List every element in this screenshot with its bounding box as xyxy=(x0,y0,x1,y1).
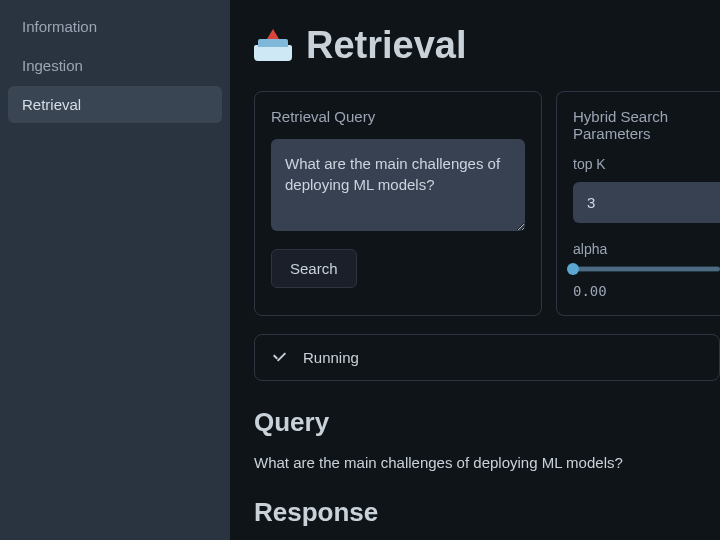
page-title: Retrieval xyxy=(306,24,467,67)
query-text: What are the main challenges of deployin… xyxy=(254,452,720,473)
query-heading: Query xyxy=(254,407,720,438)
query-label: Retrieval Query xyxy=(271,108,525,125)
sidebar-item-ingestion[interactable]: Ingestion xyxy=(8,47,222,84)
main-content: Retrieval Retrieval Query What are the m… xyxy=(230,0,720,540)
retrieval-query-input[interactable]: What are the main challenges of deployin… xyxy=(271,139,525,231)
response-heading: Response xyxy=(254,497,720,528)
outbox-icon xyxy=(254,31,292,61)
alpha-value: 0.00 xyxy=(573,283,720,299)
search-button[interactable]: Search xyxy=(271,249,357,288)
query-panel: Retrieval Query What are the main challe… xyxy=(254,91,542,316)
title-row: Retrieval xyxy=(254,24,720,67)
params-panel: Hybrid Search Parameters top K alpha 0.0… xyxy=(556,91,720,316)
topk-label: top K xyxy=(573,156,720,172)
alpha-label: alpha xyxy=(573,241,720,257)
topk-input[interactable] xyxy=(573,182,720,223)
sidebar: Information Ingestion Retrieval xyxy=(0,0,230,540)
sidebar-item-information[interactable]: Information xyxy=(8,8,222,45)
check-icon xyxy=(273,352,289,364)
status-bar[interactable]: Running xyxy=(254,334,720,381)
status-text: Running xyxy=(303,349,359,366)
sidebar-item-retrieval[interactable]: Retrieval xyxy=(8,86,222,123)
alpha-slider[interactable] xyxy=(573,267,720,271)
params-title: Hybrid Search Parameters xyxy=(573,108,720,142)
